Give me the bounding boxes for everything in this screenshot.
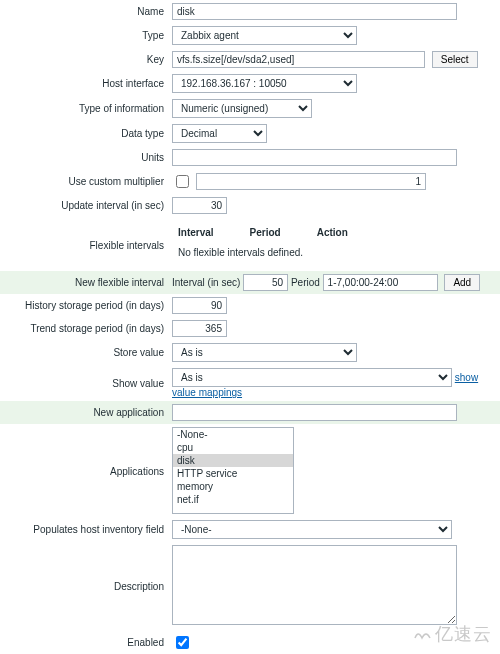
list-item[interactable]: cpu [173, 441, 293, 454]
datatype-label: Data type [0, 121, 168, 146]
type-select[interactable]: Zabbix agent [172, 26, 357, 45]
list-item[interactable]: disk [173, 454, 293, 467]
newflex-add-button[interactable]: Add [444, 274, 480, 291]
desc-textarea[interactable] [172, 545, 457, 625]
newapp-input[interactable] [172, 404, 457, 421]
showval-select[interactable]: As is [172, 368, 452, 387]
name-label: Name [0, 0, 168, 23]
units-input[interactable] [172, 149, 457, 166]
newflex-period-input[interactable] [323, 274, 438, 291]
key-input[interactable] [172, 51, 425, 68]
histper-input[interactable] [172, 297, 227, 314]
storeval-select[interactable]: As is [172, 343, 357, 362]
list-item[interactable]: HTTP service [173, 467, 293, 480]
datatype-select[interactable]: Decimal [172, 124, 267, 143]
storeval-label: Store value [0, 340, 168, 365]
newflex-label: New flexible interval [0, 271, 168, 294]
type-label: Type [0, 23, 168, 48]
units-label: Units [0, 146, 168, 169]
desc-label: Description [0, 542, 168, 630]
flexint-label: Flexible intervals [0, 217, 168, 271]
list-item[interactable]: -None- [173, 428, 293, 441]
apps-listbox[interactable]: -None-cpudiskHTTP servicememorynet.if [172, 427, 294, 514]
flexint-empty-msg: No flexible intervals defined. [174, 243, 378, 266]
list-item[interactable]: net.if [173, 493, 293, 506]
name-input[interactable] [172, 3, 457, 20]
apps-label: Applications [0, 424, 168, 517]
custmult-checkbox[interactable] [176, 175, 189, 188]
updint-input[interactable] [172, 197, 227, 214]
enabled-checkbox[interactable] [176, 636, 189, 649]
updint-label: Update interval (in sec) [0, 194, 168, 217]
enabled-label: Enabled [0, 630, 168, 654]
typeinfo-label: Type of information [0, 96, 168, 121]
popinv-label: Populates host inventory field [0, 517, 168, 542]
showval-label: Show value [0, 365, 168, 401]
newflex-intsec-label: Interval (in sec) [172, 277, 240, 288]
trendper-input[interactable] [172, 320, 227, 337]
histper-label: History storage period (in days) [0, 294, 168, 317]
col-action: Action [313, 224, 378, 241]
list-item[interactable]: memory [173, 480, 293, 493]
key-label: Key [0, 48, 168, 71]
custmult-value [196, 173, 426, 190]
newflex-sec-input[interactable] [243, 274, 288, 291]
col-interval: Interval [174, 224, 244, 241]
key-select-button[interactable]: Select [432, 51, 478, 68]
popinv-select[interactable]: -None- [172, 520, 452, 539]
newapp-label: New application [0, 401, 168, 424]
newflex-period-label: Period [291, 277, 320, 288]
hostif-label: Host interface [0, 71, 168, 96]
hostif-select[interactable]: 192.168.36.167 : 10050 [172, 74, 357, 93]
custmult-label: Use custom multiplier [0, 169, 168, 194]
typeinfo-select[interactable]: Numeric (unsigned) [172, 99, 312, 118]
col-period: Period [246, 224, 311, 241]
trendper-label: Trend storage period (in days) [0, 317, 168, 340]
flexint-table: Interval Period Action No flexible inter… [172, 222, 380, 268]
